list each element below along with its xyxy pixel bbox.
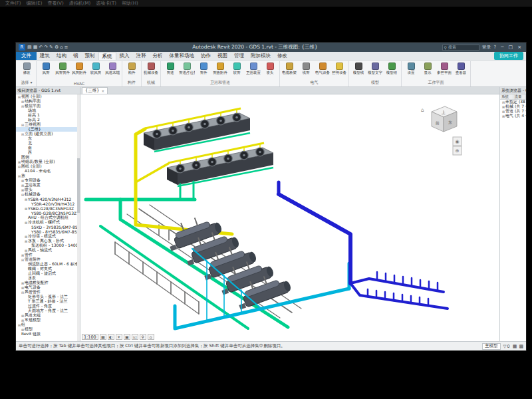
ribbon-button[interactable]: 显示 bbox=[420, 62, 436, 74]
qat-tool-icon[interactable]: ≡ bbox=[65, 45, 68, 50]
ribbon-panel-caption[interactable]: 机械 bbox=[143, 79, 159, 86]
ribbon-button[interactable]: 管道 bbox=[162, 62, 178, 74]
qat-tool-icon[interactable]: ↷ bbox=[44, 45, 48, 50]
view-control-icon[interactable]: ⌂ bbox=[148, 334, 154, 340]
tree-item[interactable]: ⊞ 专用设备 bbox=[16, 178, 80, 183]
tree-item[interactable]: ⊟ 组 bbox=[16, 323, 80, 327]
ribbon-tab[interactable]: 附加模块 bbox=[247, 52, 274, 60]
tree-item[interactable]: ⊞ 水泵 - 离心泵 - 卧式 bbox=[16, 239, 80, 243]
ribbon-tab[interactable]: 修改 bbox=[274, 52, 291, 60]
qat-tool-icon[interactable]: ✎ bbox=[49, 45, 53, 50]
ribbon-button[interactable]: 构件 bbox=[124, 62, 140, 74]
desktop-menu-item[interactable]: 文件(F) bbox=[5, 0, 21, 7]
file-tab[interactable]: 文件 bbox=[16, 52, 37, 60]
qat-tool-icon[interactable]: ▤ bbox=[27, 45, 32, 50]
help-icon[interactable]: ? bbox=[494, 45, 497, 50]
view-control-icon[interactable]: ⚲ bbox=[140, 334, 146, 340]
ribbon-button[interactable]: 软风管 bbox=[88, 62, 104, 74]
project-browser-scrollbar[interactable] bbox=[77, 94, 80, 341]
tree-item[interactable]: ⊟ 视图 (全部) bbox=[16, 94, 80, 99]
ribbon-button[interactable]: 风管附件 bbox=[71, 62, 87, 74]
tree-item[interactable]: ⊟ 族 bbox=[16, 174, 80, 178]
ribbon-button[interactable]: 卫浴装置 bbox=[245, 62, 261, 74]
tree-item[interactable]: Revit 链接 bbox=[16, 332, 80, 336]
ribbon-tab[interactable]: 钢 bbox=[70, 52, 82, 60]
tree-item[interactable]: 止回阀 - 旋启式 bbox=[16, 271, 80, 276]
tree-item[interactable]: ⊞ 风机 - 轴流式 bbox=[16, 248, 80, 253]
ribbon-button[interactable]: 线管 bbox=[298, 62, 314, 74]
ribbon-tab[interactable]: 建筑 bbox=[37, 52, 53, 60]
tree-item[interactable]: ⊟ 图纸 (全部) bbox=[16, 164, 80, 169]
tree-item[interactable]: 倒流防止器 - 60LM - 6 标准 - 105-175 GPM bbox=[16, 262, 80, 267]
model-3d-view[interactable]: ⌂ 上 前 东 ◉ ⊕ bbox=[80, 94, 499, 341]
ribbon-button[interactable]: 喷头 bbox=[262, 62, 278, 74]
viewcube-top-label[interactable]: 上 bbox=[441, 110, 446, 114]
qat-tool-icon[interactable]: ⌂ bbox=[60, 45, 63, 50]
ribbon-panel-caption[interactable]: 模型 bbox=[350, 79, 400, 86]
tree-item[interactable]: ⊞ 风道末端 bbox=[16, 313, 80, 318]
ribbon-panel-caption[interactable]: 构件 bbox=[124, 79, 140, 86]
desktop-menu-item[interactable]: 编辑(E) bbox=[27, 0, 43, 7]
tree-item[interactable]: ⊞ 喷头 bbox=[16, 188, 80, 192]
viewcube-front-label[interactable]: 前 bbox=[435, 120, 440, 125]
qat-tool-icon[interactable]: ↶ bbox=[39, 45, 43, 50]
view-control-icon[interactable]: ☀ bbox=[116, 334, 122, 340]
window-control-button[interactable]: □ bbox=[507, 45, 515, 50]
ribbon-panel-caption[interactable]: 电气 bbox=[281, 79, 347, 86]
desktop-menu-item[interactable]: 帮助(H) bbox=[122, 0, 138, 7]
tree-item[interactable]: 矩形弯头 - 弧形 - 法兰 bbox=[16, 295, 80, 299]
ribbon-panel-caption[interactable]: 卫浴和管道 bbox=[162, 79, 278, 86]
system-tree-item[interactable]: ⊞ 机械 (共 7 个系统) bbox=[500, 104, 526, 109]
tree-item[interactable]: 蝶阀 - 对夹式 bbox=[16, 267, 80, 271]
ribbon-tab[interactable]: 管理 bbox=[231, 52, 247, 60]
tree-item[interactable]: ⊟ 三维视图 bbox=[16, 122, 80, 127]
ribbon-tab[interactable]: 预制 bbox=[82, 52, 98, 60]
workset-selector[interactable]: 主模型 bbox=[482, 343, 501, 350]
system-tree-item[interactable]: ⊟ 未指定 (38 个项目) bbox=[500, 100, 526, 104]
tree-item[interactable]: Y580 - 8Y5835/6M7-85Z bbox=[16, 229, 80, 234]
ribbon-button[interactable]: 管件 bbox=[196, 62, 211, 74]
tree-item[interactable]: ⊟ 楼层平面 bbox=[16, 104, 80, 108]
ribbon-button[interactable]: 查看器 bbox=[453, 62, 469, 74]
drawing-view[interactable]: ⌂ 上 前 东 ◉ ⊕ 1 bbox=[80, 94, 499, 341]
desktop-menu-item[interactable]: 查看(V) bbox=[47, 0, 63, 7]
scrollbar-thumb[interactable] bbox=[77, 158, 80, 213]
ribbon-tab[interactable]: 插入 bbox=[116, 52, 133, 60]
tree-item[interactable]: 天圆地方 - 角度 - 法兰 bbox=[16, 309, 80, 313]
tree-item[interactable]: ⊞ 管件 bbox=[16, 253, 80, 257]
tree-item[interactable]: T 形三通 - 斜接 - 法兰 bbox=[16, 299, 80, 304]
ribbon-button[interactable]: 参照平面 bbox=[436, 62, 452, 74]
pipes-chilled-blue[interactable] bbox=[279, 182, 448, 309]
tree-item[interactable]: ⊞ 模型 bbox=[16, 327, 80, 332]
qat-tool-icon[interactable]: ⚙ bbox=[55, 45, 59, 50]
tree-item[interactable]: ⊟ 风管管件 bbox=[16, 290, 80, 295]
tree-item[interactable]: 水表 bbox=[16, 276, 80, 281]
tree-item[interactable]: 场地 bbox=[16, 108, 80, 113]
view-control-icon[interactable]: ◐ bbox=[108, 334, 114, 340]
system-browser-title[interactable]: 系统浏览器 - GDS 1.rvt bbox=[500, 87, 526, 94]
steering-wheel-icon[interactable]: ◉ bbox=[455, 139, 459, 144]
selection-filter[interactable]: ▽ 0 bbox=[503, 344, 510, 349]
view-tab-3d[interactable]: {三维} × bbox=[82, 87, 108, 94]
ribbon-tab[interactable]: 系统 bbox=[98, 52, 116, 60]
cooling-tower-bank-2[interactable] bbox=[167, 143, 273, 186]
zoom-icon[interactable]: ⊕ bbox=[456, 148, 460, 154]
viewcube[interactable]: ⌂ 上 前 东 bbox=[421, 106, 457, 132]
ribbon-tab[interactable]: 结构 bbox=[53, 52, 70, 60]
search-box[interactable]: ⚲ 搜索 bbox=[442, 45, 479, 51]
tree-item[interactable]: 泵送机组 - 13000 - 14000 kW bbox=[16, 243, 80, 248]
ribbon-button[interactable]: 管道占位符 bbox=[179, 62, 195, 74]
tree-item[interactable]: ⊞ YSBR-420/V3N/H4312 bbox=[16, 197, 80, 201]
tree-item[interactable]: ⊟ 机械设备 bbox=[16, 192, 80, 197]
qat-tool-icon[interactable]: ▦ bbox=[33, 45, 38, 50]
tree-item[interactable]: 图例 bbox=[16, 155, 80, 160]
ribbon-button[interactable]: 风管 bbox=[38, 62, 54, 74]
tree-item[interactable]: ⊞ YSBD-G28/8C3N5PG3Z bbox=[16, 206, 80, 211]
ribbon-tab[interactable]: 分析 bbox=[150, 52, 166, 60]
tree-item[interactable]: YSBR-420/V3N/H4312 bbox=[16, 201, 80, 206]
tree-item[interactable]: ⊞ 结构平面 bbox=[16, 99, 80, 104]
ribbon-button[interactable]: 风道末端 bbox=[104, 62, 120, 74]
viewcube-right-label[interactable]: 东 bbox=[448, 120, 452, 124]
ribbon-button[interactable]: 模型线 bbox=[350, 62, 366, 74]
tree-item[interactable]: ⊞ 明细表/数量 (全部) bbox=[16, 160, 80, 164]
